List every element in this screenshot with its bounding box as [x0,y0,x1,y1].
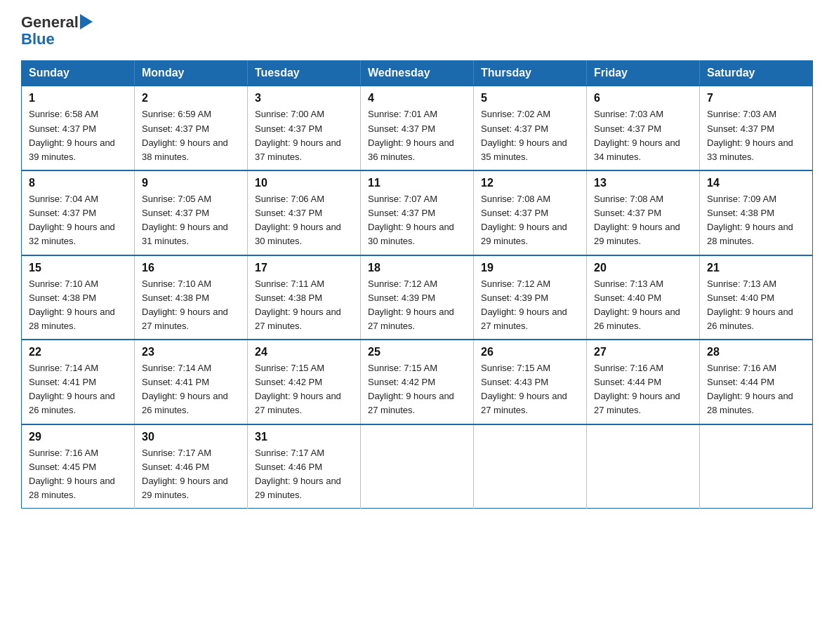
calendar-day-cell: 29Sunrise: 7:16 AMSunset: 4:45 PMDayligh… [22,424,135,509]
calendar-day-cell: 22Sunrise: 7:14 AMSunset: 4:41 PMDayligh… [22,340,135,424]
day-of-week-header: Tuesday [248,61,361,86]
day-number: 27 [594,346,692,358]
day-info: Sunrise: 7:12 AMSunset: 4:39 PMDaylight:… [481,277,579,334]
day-info: Sunrise: 7:17 AMSunset: 4:46 PMDaylight:… [142,446,240,503]
day-number: 26 [481,346,579,358]
day-number: 18 [368,262,466,274]
calendar-day-cell: 27Sunrise: 7:16 AMSunset: 4:44 PMDayligh… [587,340,700,424]
day-number: 16 [142,262,240,274]
day-number: 4 [368,92,466,105]
calendar-day-cell: 9Sunrise: 7:05 AMSunset: 4:37 PMDaylight… [135,170,248,255]
day-number: 31 [255,431,353,443]
calendar-day-cell: 30Sunrise: 7:17 AMSunset: 4:46 PMDayligh… [135,424,248,509]
calendar-day-cell: 15Sunrise: 7:10 AMSunset: 4:38 PMDayligh… [22,255,135,340]
day-info: Sunrise: 7:04 AMSunset: 4:37 PMDaylight:… [29,192,127,249]
day-info: Sunrise: 7:06 AMSunset: 4:37 PMDaylight:… [255,192,353,249]
calendar-day-cell: 16Sunrise: 7:10 AMSunset: 4:38 PMDayligh… [135,255,248,340]
day-info: Sunrise: 7:17 AMSunset: 4:46 PMDaylight:… [255,446,353,503]
day-info: Sunrise: 7:03 AMSunset: 4:37 PMDaylight:… [594,107,692,164]
day-number: 9 [142,177,240,189]
day-info: Sunrise: 7:08 AMSunset: 4:37 PMDaylight:… [594,192,692,249]
logo-blue-text: Blue [21,30,55,48]
calendar-day-cell [361,424,474,509]
calendar-day-cell: 13Sunrise: 7:08 AMSunset: 4:37 PMDayligh… [587,170,700,255]
calendar-week-row: 8Sunrise: 7:04 AMSunset: 4:37 PMDaylight… [22,170,813,255]
calendar-day-cell: 1Sunrise: 6:58 AMSunset: 4:37 PMDaylight… [22,86,135,170]
day-number: 6 [594,92,692,105]
day-info: Sunrise: 7:02 AMSunset: 4:37 PMDaylight:… [481,107,579,164]
day-number: 17 [255,262,353,274]
day-of-week-header: Monday [135,61,248,86]
day-number: 14 [707,177,805,189]
calendar-day-cell: 4Sunrise: 7:01 AMSunset: 4:37 PMDaylight… [361,86,474,170]
day-number: 8 [29,177,127,189]
day-info: Sunrise: 6:59 AMSunset: 4:37 PMDaylight:… [142,107,240,164]
day-info: Sunrise: 7:01 AMSunset: 4:37 PMDaylight:… [368,107,466,164]
calendar-day-cell [474,424,587,509]
day-info: Sunrise: 7:12 AMSunset: 4:39 PMDaylight:… [368,277,466,334]
day-number: 2 [142,92,240,105]
logo-arrow-icon [80,14,93,29]
calendar-day-cell: 21Sunrise: 7:13 AMSunset: 4:40 PMDayligh… [700,255,813,340]
calendar-day-cell: 7Sunrise: 7:03 AMSunset: 4:37 PMDaylight… [700,86,813,170]
day-number: 23 [142,346,240,358]
day-number: 10 [255,177,353,189]
day-of-week-header: Saturday [700,61,813,86]
calendar-day-cell: 28Sunrise: 7:16 AMSunset: 4:44 PMDayligh… [700,340,813,424]
day-info: Sunrise: 7:14 AMSunset: 4:41 PMDaylight:… [142,361,240,418]
logo: General Blue [21,14,93,48]
day-info: Sunrise: 7:05 AMSunset: 4:37 PMDaylight:… [142,192,240,249]
day-number: 22 [29,346,127,358]
day-number: 5 [481,92,579,105]
calendar-week-row: 1Sunrise: 6:58 AMSunset: 4:37 PMDaylight… [22,86,813,170]
day-number: 1 [29,92,127,105]
day-info: Sunrise: 7:15 AMSunset: 4:43 PMDaylight:… [481,361,579,418]
calendar-day-cell: 3Sunrise: 7:00 AMSunset: 4:37 PMDaylight… [248,86,361,170]
calendar-day-cell: 20Sunrise: 7:13 AMSunset: 4:40 PMDayligh… [587,255,700,340]
day-number: 28 [707,346,805,358]
day-number: 21 [707,262,805,274]
day-info: Sunrise: 7:16 AMSunset: 4:44 PMDaylight:… [594,361,692,418]
svg-marker-0 [80,14,93,29]
calendar-table: SundayMondayTuesdayWednesdayThursdayFrid… [21,60,813,509]
calendar-week-row: 29Sunrise: 7:16 AMSunset: 4:45 PMDayligh… [22,424,813,509]
day-number: 3 [255,92,353,105]
calendar-day-cell: 25Sunrise: 7:15 AMSunset: 4:42 PMDayligh… [361,340,474,424]
calendar-day-cell: 11Sunrise: 7:07 AMSunset: 4:37 PMDayligh… [361,170,474,255]
day-info: Sunrise: 7:13 AMSunset: 4:40 PMDaylight:… [707,277,805,334]
calendar-day-cell [700,424,813,509]
day-info: Sunrise: 7:08 AMSunset: 4:37 PMDaylight:… [481,192,579,249]
calendar-day-cell: 14Sunrise: 7:09 AMSunset: 4:38 PMDayligh… [700,170,813,255]
day-number: 24 [255,346,353,358]
page-header: General Blue [21,14,813,48]
day-info: Sunrise: 7:03 AMSunset: 4:37 PMDaylight:… [707,107,805,164]
day-info: Sunrise: 7:15 AMSunset: 4:42 PMDaylight:… [255,361,353,418]
day-info: Sunrise: 7:14 AMSunset: 4:41 PMDaylight:… [29,361,127,418]
calendar-day-cell: 19Sunrise: 7:12 AMSunset: 4:39 PMDayligh… [474,255,587,340]
day-info: Sunrise: 7:13 AMSunset: 4:40 PMDaylight:… [594,277,692,334]
day-number: 11 [368,177,466,189]
day-number: 30 [142,431,240,443]
calendar-day-cell: 23Sunrise: 7:14 AMSunset: 4:41 PMDayligh… [135,340,248,424]
day-of-week-header: Friday [587,61,700,86]
day-info: Sunrise: 7:15 AMSunset: 4:42 PMDaylight:… [368,361,466,418]
calendar-week-row: 15Sunrise: 7:10 AMSunset: 4:38 PMDayligh… [22,255,813,340]
calendar-day-cell: 26Sunrise: 7:15 AMSunset: 4:43 PMDayligh… [474,340,587,424]
day-number: 7 [707,92,805,105]
calendar-week-row: 22Sunrise: 7:14 AMSunset: 4:41 PMDayligh… [22,340,813,424]
day-info: Sunrise: 7:16 AMSunset: 4:44 PMDaylight:… [707,361,805,418]
day-number: 15 [29,262,127,274]
day-info: Sunrise: 7:07 AMSunset: 4:37 PMDaylight:… [368,192,466,249]
calendar-day-cell: 2Sunrise: 6:59 AMSunset: 4:37 PMDaylight… [135,86,248,170]
day-of-week-header: Sunday [22,61,135,86]
calendar-day-cell: 8Sunrise: 7:04 AMSunset: 4:37 PMDaylight… [22,170,135,255]
calendar-day-cell: 12Sunrise: 7:08 AMSunset: 4:37 PMDayligh… [474,170,587,255]
day-info: Sunrise: 7:00 AMSunset: 4:37 PMDaylight:… [255,107,353,164]
day-number: 12 [481,177,579,189]
calendar-header-row: SundayMondayTuesdayWednesdayThursdayFrid… [22,61,813,86]
day-number: 13 [594,177,692,189]
calendar-day-cell: 5Sunrise: 7:02 AMSunset: 4:37 PMDaylight… [474,86,587,170]
calendar-day-cell: 10Sunrise: 7:06 AMSunset: 4:37 PMDayligh… [248,170,361,255]
logo-general-text: General [21,14,79,31]
calendar-day-cell: 6Sunrise: 7:03 AMSunset: 4:37 PMDaylight… [587,86,700,170]
